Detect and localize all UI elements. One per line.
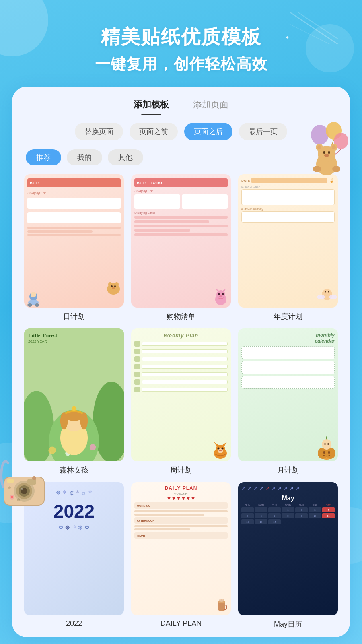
template-label-niandu: 年度计划 bbox=[274, 312, 302, 321]
svg-point-16 bbox=[332, 166, 340, 172]
svg-point-49 bbox=[219, 295, 222, 297]
svg-point-11 bbox=[332, 145, 336, 149]
template-thumb-daily: DAILY PLAN MUECKHI MORNING bbox=[131, 482, 231, 615]
svg-point-61 bbox=[48, 446, 56, 454]
svg-point-14 bbox=[324, 154, 329, 157]
svg-point-52 bbox=[317, 295, 325, 299]
template-item-rijihua[interactable]: Babe Studying List bbox=[24, 174, 124, 321]
svg-point-82 bbox=[328, 451, 330, 454]
position-replace-button[interactable]: 替换页面 bbox=[75, 123, 123, 140]
svg-point-41 bbox=[27, 303, 32, 307]
svg-point-13 bbox=[328, 151, 330, 154]
svg-marker-46 bbox=[223, 288, 226, 291]
template-label-senlin: 森林女孩 bbox=[60, 465, 88, 475]
template-thumb-may: ↗ ↗ ↗ ↗ ↗ ↗ ↗ ↗ ↗ ↗ May SU bbox=[238, 482, 338, 615]
header-title-line1: 精美贴纸优质模板 bbox=[0, 24, 362, 50]
svg-point-51 bbox=[323, 289, 331, 296]
filter-mine-tag[interactable]: 我的 bbox=[67, 149, 102, 165]
header-title-line2: 一键复用，创作轻松高效 bbox=[0, 54, 362, 74]
may-calendar-title: May bbox=[241, 495, 335, 502]
svg-point-90 bbox=[222, 599, 224, 600]
svg-point-89 bbox=[220, 599, 221, 600]
svg-rect-25 bbox=[7, 479, 14, 483]
template-label-zhou: 周计划 bbox=[170, 465, 192, 475]
position-before-button[interactable]: 页面之前 bbox=[130, 123, 178, 140]
svg-point-67 bbox=[60, 412, 68, 429]
template-thumb-niandu: DATE 🍦 streak of today financial meaning bbox=[238, 174, 338, 308]
svg-point-23 bbox=[21, 488, 23, 490]
svg-point-36 bbox=[114, 285, 116, 287]
template-item-zhou[interactable]: Weekly Plan bbox=[131, 328, 231, 475]
template-item-yue[interactable]: monthlycalendar bbox=[238, 328, 338, 475]
svg-point-75 bbox=[218, 448, 220, 450]
bear-balloon-decoration bbox=[302, 121, 350, 177]
filter-recommend-tag[interactable]: 推荐 bbox=[26, 149, 61, 165]
svg-rect-86 bbox=[218, 602, 225, 611]
svg-point-42 bbox=[35, 303, 39, 307]
tabs-row: 添加模板 添加页面 bbox=[24, 99, 338, 113]
template-item-senlin[interactable]: Little Forest 2022 YEAR 森林女孩 bbox=[24, 328, 124, 475]
svg-point-37 bbox=[112, 287, 115, 289]
template-label-daily: DAILY PLAN bbox=[160, 619, 202, 628]
tab-add-page[interactable]: 添加页面 bbox=[193, 99, 228, 113]
template-thumb-rijihua: Babe Studying List bbox=[24, 174, 124, 308]
svg-point-83 bbox=[322, 439, 331, 450]
svg-marker-73 bbox=[222, 442, 227, 446]
position-last-button[interactable]: 最后一页 bbox=[239, 123, 287, 140]
template-thumb-yue: monthlycalendar bbox=[238, 328, 338, 462]
svg-point-12 bbox=[323, 151, 325, 154]
svg-point-68 bbox=[80, 412, 88, 429]
template-item-may[interactable]: ↗ ↗ ↗ ↗ ↗ ↗ ↗ ↗ ↗ ↗ May SU bbox=[238, 482, 338, 629]
svg-point-81 bbox=[323, 451, 325, 454]
svg-point-69 bbox=[72, 406, 76, 411]
svg-marker-72 bbox=[214, 442, 219, 446]
svg-text:✻: ✻ bbox=[17, 497, 20, 502]
svg-point-39 bbox=[31, 292, 36, 297]
daily-plan-title: DAILY PLAN bbox=[134, 485, 228, 491]
template-thumb-zhou: Weekly Plan bbox=[131, 328, 231, 462]
svg-text:❊: ❊ bbox=[8, 486, 11, 490]
tab-add-template[interactable]: 添加模板 bbox=[134, 99, 169, 113]
cancel-bar: 取消 bbox=[0, 637, 362, 644]
svg-point-3 bbox=[311, 125, 329, 145]
svg-point-48 bbox=[222, 293, 224, 295]
main-card: 添加模板 添加页面 替换页面 页面之前 页面之后 最后一页 推荐 我的 其他 B… bbox=[12, 87, 350, 637]
svg-point-62 bbox=[90, 444, 96, 450]
camera-decoration: ✻ ❊ bbox=[0, 455, 52, 507]
template-label-2022: 2022 bbox=[66, 619, 82, 628]
template-thumb-gouwu: Babe TO DO Studying List Studying Links bbox=[131, 174, 231, 308]
svg-point-28 bbox=[11, 496, 13, 498]
template-item-niandu[interactable]: DATE 🍦 streak of today financial meaning bbox=[238, 174, 338, 321]
svg-point-84 bbox=[324, 443, 326, 445]
filter-tags-row: 推荐 我的 其他 bbox=[24, 149, 338, 165]
weekly-plan-label: Weekly Plan bbox=[134, 332, 228, 339]
position-buttons-row: 替换页面 页面之前 页面之后 最后一页 bbox=[24, 123, 338, 140]
template-item-daily[interactable]: DAILY PLAN MUECKHI MORNING bbox=[131, 482, 231, 629]
position-after-button[interactable]: 页面之后 bbox=[184, 123, 232, 140]
template-thumb-senlin: Little Forest 2022 YEAR bbox=[24, 328, 124, 462]
svg-point-53 bbox=[329, 295, 337, 299]
svg-point-85 bbox=[327, 443, 329, 445]
svg-point-44 bbox=[216, 290, 225, 299]
svg-point-15 bbox=[313, 166, 321, 172]
svg-point-54 bbox=[325, 291, 326, 292]
svg-point-76 bbox=[222, 448, 224, 450]
svg-point-10 bbox=[317, 145, 321, 149]
svg-point-47 bbox=[218, 293, 220, 295]
template-label-rijihua: 日计划 bbox=[63, 312, 85, 321]
svg-point-26 bbox=[32, 476, 36, 480]
header-section: 精美贴纸优质模板 一键复用，创作轻松高效 bbox=[0, 0, 362, 87]
template-item-gouwu[interactable]: Babe TO DO Studying List Studying Links bbox=[131, 174, 231, 321]
template-label-yue: 月计划 bbox=[277, 465, 299, 475]
template-grid: Babe Studying List bbox=[24, 174, 338, 629]
svg-marker-45 bbox=[216, 288, 219, 291]
template-label-may: May日历 bbox=[274, 619, 302, 629]
template-label-gouwu: 购物清单 bbox=[167, 312, 195, 321]
svg-point-55 bbox=[328, 291, 329, 292]
svg-point-88 bbox=[219, 599, 224, 602]
svg-point-77 bbox=[219, 450, 222, 451]
svg-point-35 bbox=[111, 285, 113, 287]
filter-other-tag[interactable]: 其他 bbox=[108, 149, 143, 165]
